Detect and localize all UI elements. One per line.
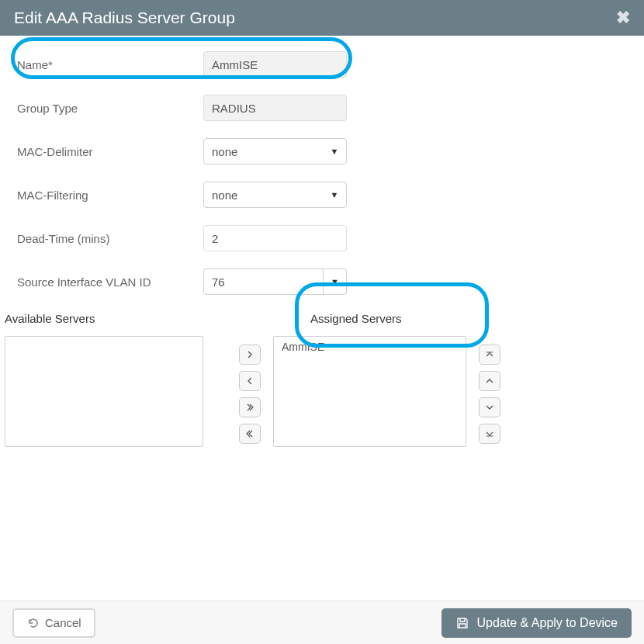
- available-column: Available Servers: [5, 312, 203, 447]
- group-type-input: [203, 95, 347, 121]
- servers-section: Available Servers Assigned Servers AmmIS…: [0, 312, 644, 447]
- available-servers-listbox[interactable]: [5, 336, 203, 447]
- move-bottom-button[interactable]: [479, 424, 500, 444]
- source-vlan-label: Source Interface VLAN ID: [17, 275, 203, 289]
- assigned-servers-listbox[interactable]: AmmISE: [273, 336, 466, 447]
- dialog-footer: Cancel Update & Apply to Device: [0, 601, 644, 644]
- list-item[interactable]: AmmISE: [274, 337, 466, 357]
- dialog-header: Edit AAA Radius Server Group ✖: [0, 0, 644, 36]
- move-all-left-button[interactable]: [239, 424, 261, 444]
- chevron-right-icon: [245, 350, 254, 359]
- chevron-bottom-icon: [485, 429, 494, 438]
- mac-delimiter-row: MAC-Delimiter none ▼: [0, 138, 644, 164]
- name-row: Name*: [0, 51, 644, 78]
- cancel-label: Cancel: [45, 616, 81, 629]
- mac-delimiter-value: none: [204, 145, 323, 158]
- available-servers-label: Available Servers: [5, 312, 203, 325]
- mac-filtering-label: MAC-Filtering: [17, 189, 203, 202]
- dialog-body: Name* Group Type MAC-Delimiter none ▼ MA…: [0, 36, 644, 447]
- move-right-button[interactable]: [239, 345, 261, 365]
- chevron-down-icon: ▼: [323, 190, 346, 199]
- cancel-button[interactable]: Cancel: [12, 608, 95, 638]
- source-vlan-dropdown[interactable]: 76 ▼: [203, 268, 347, 295]
- dead-time-label: Dead-Time (mins): [17, 232, 203, 245]
- chevron-down-icon: ▼: [323, 147, 346, 156]
- update-apply-label: Update & Apply to Device: [477, 616, 618, 630]
- undo-icon: [26, 616, 40, 630]
- mac-delimiter-dropdown[interactable]: none ▼: [203, 138, 347, 164]
- move-up-button[interactable]: [479, 371, 500, 391]
- mac-filtering-value: none: [204, 189, 323, 202]
- double-chevron-right-icon: [245, 403, 254, 412]
- dialog-title: Edit AAA Radius Server Group: [14, 9, 235, 27]
- close-icon[interactable]: ✖: [616, 8, 630, 28]
- chevron-down-icon: ▼: [323, 269, 346, 294]
- order-buttons: [479, 345, 500, 444]
- source-vlan-value: 76: [204, 275, 323, 289]
- chevron-down-icon: [485, 403, 494, 412]
- mac-filtering-dropdown[interactable]: none ▼: [203, 182, 347, 208]
- name-label: Name*: [17, 58, 203, 71]
- group-type-label: Group Type: [17, 102, 203, 115]
- mac-filtering-row: MAC-Filtering none ▼: [0, 182, 644, 208]
- mac-delimiter-label: MAC-Delimiter: [17, 145, 203, 158]
- source-vlan-row: Source Interface VLAN ID 76 ▼: [0, 268, 644, 295]
- chevron-top-icon: [485, 350, 494, 359]
- double-chevron-left-icon: [245, 429, 254, 438]
- dead-time-row: Dead-Time (mins): [0, 225, 644, 251]
- move-down-button[interactable]: [479, 397, 500, 417]
- chevron-left-icon: [245, 376, 254, 386]
- chevron-up-icon: [485, 376, 494, 386]
- dead-time-input[interactable]: [203, 225, 347, 251]
- name-input[interactable]: [203, 51, 347, 78]
- save-icon: [455, 616, 469, 630]
- move-all-right-button[interactable]: [239, 397, 261, 417]
- move-left-button[interactable]: [239, 371, 261, 391]
- update-apply-button[interactable]: Update & Apply to Device: [441, 608, 632, 638]
- group-type-row: Group Type: [0, 95, 644, 121]
- assigned-servers-label: Assigned Servers: [273, 312, 466, 325]
- move-top-button[interactable]: [479, 345, 500, 365]
- move-buttons: [239, 345, 261, 444]
- assigned-column: Assigned Servers AmmISE: [273, 312, 466, 447]
